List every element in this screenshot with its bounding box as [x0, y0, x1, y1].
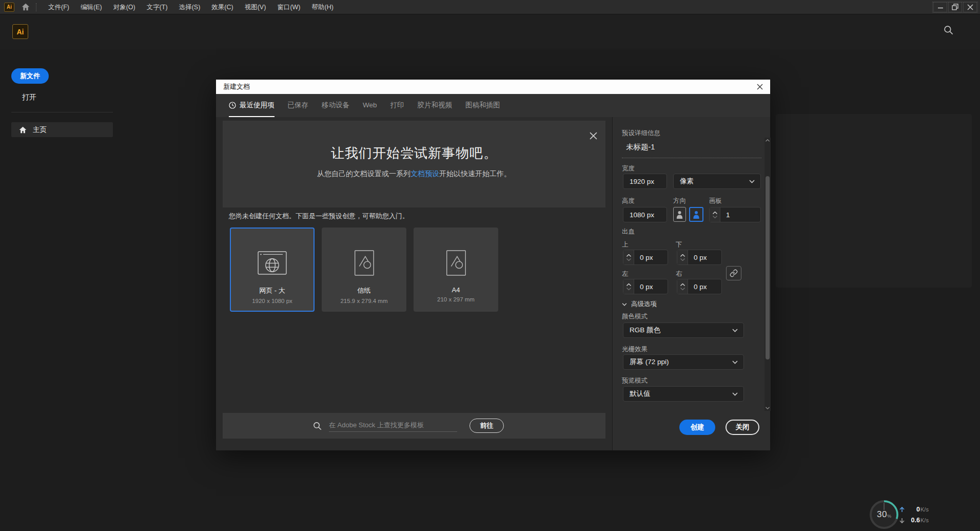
scroll-down-icon[interactable]: [765, 407, 771, 409]
preset-size: 210 x 297 mm: [437, 296, 475, 302]
menu-help[interactable]: 帮助(H): [306, 0, 339, 14]
step-up-icon[interactable]: [626, 283, 631, 286]
search-icon[interactable]: [944, 25, 953, 37]
artboard-label: 画板: [709, 197, 722, 205]
bleed-left-label: 左: [622, 270, 629, 278]
dialog-close-button[interactable]: [757, 84, 763, 90]
landscape-person-icon: [693, 211, 700, 219]
close-window-button[interactable]: [963, 2, 977, 12]
dialog-title: 新建文档: [223, 82, 250, 91]
stepper-arrows[interactable]: [623, 250, 634, 264]
step-up-icon[interactable]: [713, 212, 717, 214]
menu-file[interactable]: 文件(F): [43, 0, 75, 14]
step-up-icon[interactable]: [680, 254, 685, 257]
new-file-button[interactable]: 新文件: [11, 68, 49, 84]
search-icon: [313, 422, 322, 430]
new-document-dialog: 新建文档 最近使用项 已保存 移动设备 Web 打印 胶片和: [216, 80, 770, 450]
step-down-icon[interactable]: [626, 288, 631, 290]
orientation-label: 方向: [673, 197, 686, 205]
stock-search-input[interactable]: [329, 420, 457, 432]
preset-size: 1920 x 1080 px: [252, 298, 292, 304]
tab-mobile[interactable]: 移动设备: [322, 94, 349, 117]
create-button[interactable]: 创建: [679, 420, 715, 435]
banner-close-button[interactable]: [590, 132, 597, 142]
tab-web[interactable]: Web: [363, 94, 377, 117]
menu-object[interactable]: 对象(O): [108, 0, 141, 14]
step-up-icon[interactable]: [680, 283, 685, 286]
download-value: 0.6: [905, 517, 920, 524]
menu-type[interactable]: 文字(T): [141, 0, 173, 14]
preview-mode-value: 默认值: [623, 389, 651, 399]
height-input[interactable]: 1080 px: [623, 207, 667, 222]
step-down-icon[interactable]: [680, 258, 685, 261]
menu-view[interactable]: 视图(V): [239, 0, 272, 14]
minimize-icon: [937, 4, 944, 10]
orientation-landscape-button[interactable]: [689, 207, 703, 222]
step-down-icon[interactable]: [680, 288, 685, 290]
tab-saved[interactable]: 已保存: [288, 94, 309, 117]
window-controls: [932, 2, 978, 13]
banner-subtitle: 从您自己的文档设置或一系列文档预设开始以快速开始工作。: [223, 169, 605, 179]
raster-effects-dropdown[interactable]: 屏幕 (72 ppi): [623, 354, 744, 370]
tab-print[interactable]: 打印: [390, 94, 404, 117]
tab-art-illustration[interactable]: 图稿和插图: [465, 94, 500, 117]
bleed-link-toggle[interactable]: [726, 266, 741, 280]
menu-edit[interactable]: 编辑(E): [75, 0, 108, 14]
bleed-bottom-stepper[interactable]: 0 px: [677, 250, 722, 265]
dialog-titlebar: 新建文档: [216, 80, 770, 94]
stepper-arrows[interactable]: [677, 279, 688, 294]
download-unit: K/s: [920, 517, 929, 523]
height-label: 高度: [622, 197, 635, 205]
document-presets-link[interactable]: 文档预设: [410, 169, 439, 178]
artboard-stepper[interactable]: 1: [709, 207, 761, 222]
bleed-label: 出血: [622, 227, 635, 236]
preset-card-letter[interactable]: 信纸 215.9 x 279.4 mm: [322, 227, 406, 312]
menu-effect[interactable]: 效果(C): [206, 0, 239, 14]
preset-card-web-large[interactable]: 网页 - 大 1920 x 1080 px: [230, 227, 315, 312]
step-down-icon[interactable]: [713, 216, 717, 218]
color-mode-dropdown[interactable]: RGB 颜色: [623, 323, 744, 338]
units-value: 像素: [674, 177, 694, 186]
chain-link-icon: [730, 269, 738, 277]
preview-mode-dropdown[interactable]: 默认值: [623, 386, 744, 402]
chevron-down-icon: [622, 303, 627, 306]
stepper-arrows[interactable]: [623, 279, 634, 294]
bleed-left-stepper[interactable]: 0 px: [623, 279, 668, 294]
chevron-down-icon: [732, 329, 738, 332]
width-label: 宽度: [622, 164, 635, 173]
units-dropdown[interactable]: 像素: [673, 174, 761, 189]
sidebar-item-home[interactable]: 主页: [11, 122, 113, 137]
orientation-portrait-button[interactable]: [673, 207, 686, 222]
scrollbar-thumb[interactable]: [766, 176, 770, 359]
advanced-options-toggle[interactable]: 高级选项: [622, 300, 657, 309]
menu-select[interactable]: 选择(S): [173, 0, 206, 14]
stepper-arrows[interactable]: [677, 250, 688, 264]
welcome-banner: 让我们开始尝试新事物吧。 从您自己的文档设置或一系列文档预设开始以快速开始工作。: [223, 121, 605, 207]
menu-separator: [36, 3, 36, 11]
scroll-up-icon[interactable]: [765, 139, 771, 142]
tab-film-video[interactable]: 胶片和视频: [418, 94, 453, 117]
bleed-top-stepper[interactable]: 0 px: [623, 250, 668, 265]
minimize-button[interactable]: [933, 2, 947, 12]
step-up-icon[interactable]: [626, 254, 631, 257]
preview-mode-label: 预览模式: [622, 376, 648, 385]
restore-button[interactable]: [948, 2, 962, 12]
bleed-right-stepper[interactable]: 0 px: [677, 279, 722, 294]
document-name-input[interactable]: [626, 143, 749, 151]
tab-recent[interactable]: 最近使用项: [229, 94, 275, 117]
width-input[interactable]: 1920 px: [623, 174, 667, 189]
go-button[interactable]: 前往: [469, 419, 504, 433]
open-button[interactable]: 打开: [22, 93, 36, 102]
home-icon[interactable]: [22, 3, 30, 11]
preset-card-a4[interactable]: A4 210 x 297 mm: [414, 227, 498, 312]
close-icon: [590, 132, 597, 140]
menu-window[interactable]: 窗口(W): [271, 0, 306, 14]
empty-state-hint: 您尚未创建任何文档。下面是一些预设创意，可帮助您入门。: [229, 212, 409, 221]
download-speed: 0.6K/s: [899, 517, 929, 524]
close-button[interactable]: 关闭: [726, 420, 759, 435]
upload-arrow-icon: [899, 507, 905, 513]
chevron-down-icon: [732, 392, 738, 396]
panel-scrollbar[interactable]: [765, 138, 771, 411]
stepper-arrows[interactable]: [710, 207, 720, 222]
step-down-icon[interactable]: [626, 258, 631, 261]
